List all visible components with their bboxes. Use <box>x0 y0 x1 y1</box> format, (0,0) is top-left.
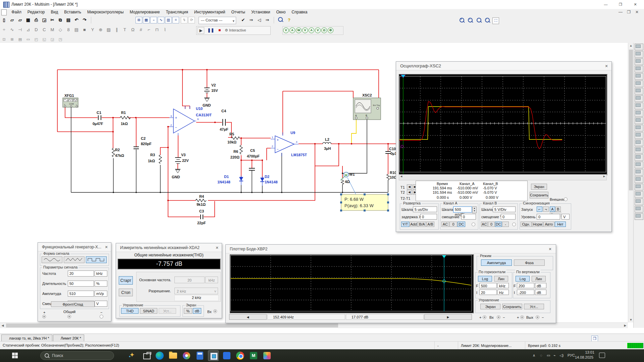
oscilloscope-title[interactable]: Осциллограф-XSC2 <box>396 62 611 70</box>
probe-tool-icon[interactable]: ⊡ <box>0 36 8 43</box>
bode-control-button[interactable]: Уст... <box>524 304 544 309</box>
component-group-icon[interactable]: ⊕ <box>97 26 104 34</box>
timebase-scale-input[interactable]: 5 us/Div <box>413 206 437 212</box>
erc-check-icon[interactable]: ✔ <box>239 16 247 24</box>
scope-scrollbar[interactable]: ◄ ► <box>399 174 607 180</box>
bode-out-minus-radio[interactable] <box>536 315 539 319</box>
trigger-mode-button[interactable]: Авто <box>543 222 554 227</box>
component-v3[interactable] <box>175 158 181 164</box>
funcgen-close-icon[interactable]: ✕ <box>103 244 109 250</box>
distortion-meter-window[interactable]: Измеритель нелинейных искажений-XDA2 ✕ О… <box>116 243 222 318</box>
thd-stop-button[interactable]: Стоп <box>119 289 133 296</box>
probe-settings-icon[interactable]: ⚙ <box>328 27 333 33</box>
bode-v-final-input[interactable]: 200 <box>517 283 534 288</box>
bode-h-final-input[interactable]: 500 <box>479 283 497 288</box>
minus-terminal[interactable] <box>100 315 103 318</box>
channel-b-mode-button[interactable]: 0 <box>488 222 495 227</box>
taskbar-search[interactable]: Поиск <box>40 351 114 360</box>
probe-power-icon[interactable]: W <box>296 27 302 33</box>
component-d2[interactable] <box>260 176 264 186</box>
menu-item[interactable]: Редактор <box>24 9 48 15</box>
tektronix-oscilloscope[interactable] <box>635 169 643 176</box>
component-c2[interactable] <box>133 147 139 149</box>
preset-1[interactable] <box>635 198 643 205</box>
probe-current-gain-icon[interactable]: A <box>309 27 314 33</box>
pause-button[interactable]: ❚❚ <box>207 27 213 33</box>
back-annotate-icon[interactable]: ↯ <box>181 17 187 23</box>
thd-start-button[interactable]: Старт <box>119 276 133 285</box>
bode-v-initial-input[interactable]: -200 <box>517 290 534 295</box>
component-c1[interactable] <box>98 115 101 120</box>
breadboard-icon[interactable]: ⌗ <box>172 17 179 23</box>
bode-mode-button[interactable]: Фаза <box>514 259 545 266</box>
frequency-counter[interactable] <box>635 88 643 95</box>
channel-b-offset-input[interactable]: 0 <box>501 214 516 220</box>
hierarchy-icon[interactable]: ⍆ <box>150 17 157 23</box>
component-xfg1[interactable]: + COM − <box>63 98 78 107</box>
help-icon[interactable]: ? <box>285 16 293 24</box>
preset-3[interactable] <box>635 213 643 220</box>
paste-icon[interactable]: ▤ <box>65 16 72 24</box>
export-netlist-icon[interactable]: ⇒ <box>264 16 271 24</box>
bode-h-initial-input[interactable]: 20 <box>479 290 497 295</box>
bode-v-log-button[interactable]: Log <box>516 276 530 282</box>
tray-date[interactable]: 14.08.2025 <box>575 355 593 359</box>
param-value-input[interactable]: 20 <box>68 270 94 277</box>
language-indicator[interactable]: РУС <box>568 353 575 357</box>
probe-tool-icon[interactable]: ◳ <box>57 36 64 43</box>
probe-tool-icon[interactable]: ▤ <box>16 36 24 43</box>
sheet-tab[interactable]: Лимит 20К * <box>53 335 84 342</box>
oscilloscope-close-icon[interactable]: ✕ <box>603 63 609 69</box>
function-generator-window[interactable]: Функциональный генератор-X... ✕ Форма си… <box>38 242 111 321</box>
open-sample-icon[interactable]: ▱ <box>16 16 24 24</box>
channel-a-mode-button[interactable]: DC <box>458 222 465 227</box>
ext-trigger-radio[interactable] <box>564 197 568 201</box>
menu-item[interactable]: Окно <box>273 9 288 15</box>
distortion-analyzer[interactable] <box>635 125 643 131</box>
menu-item[interactable]: Вид <box>48 9 61 15</box>
component-group-icon[interactable]: ∿ <box>8 26 16 34</box>
menu-item[interactable]: Моделирование <box>127 9 163 15</box>
edge-button[interactable]: Фронт/Спад <box>51 301 95 307</box>
mdi-restore-icon[interactable]: ❐ <box>627 10 631 14</box>
component-group-icon[interactable]: ▤ <box>73 26 80 34</box>
trigger-mode-button[interactable]: Одн. <box>521 222 532 227</box>
tray-onedrive-icon[interactable]: ◌ <box>540 353 542 357</box>
ni-elvis[interactable] <box>635 184 643 190</box>
bode-h-log-button[interactable]: Log <box>478 276 492 282</box>
scope-save-button[interactable]: Сохранить <box>530 192 548 198</box>
timebase-mode-button[interactable]: Y/T <box>401 222 409 227</box>
thd-screen-button[interactable]: % <box>184 308 192 314</box>
scope-screen-button[interactable]: Экран <box>531 184 547 190</box>
menu-item[interactable]: Вставить <box>61 9 84 15</box>
bode-in-minus-radio[interactable] <box>497 315 500 319</box>
maximize-button[interactable]: ❐ <box>613 0 628 9</box>
probe-tool-icon[interactable]: ▭ <box>24 36 32 43</box>
bode-v-lin-button[interactable]: Лин <box>532 276 546 282</box>
component-group-icon[interactable]: T <box>121 26 128 34</box>
bode-in-plus-radio[interactable] <box>483 315 486 319</box>
component-group-icon[interactable]: ⌐ <box>145 26 153 34</box>
timebase-delay-input[interactable]: 0 <box>420 214 437 220</box>
iv-analyzer[interactable] <box>635 117 643 124</box>
component-group-icon[interactable]: 8 <box>65 26 72 34</box>
thd-mode-button[interactable]: SINAD <box>140 308 157 314</box>
forward-annotate-icon[interactable]: ⟳ <box>188 17 195 23</box>
toggle-border-icon[interactable]: ▦ <box>143 17 150 23</box>
taskbar-icon-photos[interactable] <box>262 350 272 361</box>
notification-center-icon[interactable] <box>599 353 605 358</box>
probe-voltage-icon[interactable]: V <box>283 27 289 33</box>
tray-expand-icon[interactable]: ∧ <box>533 353 535 358</box>
sheet-tab[interactable]: ланзар тз, кк, 2йка УН * <box>1 335 52 342</box>
bode-control-button[interactable]: Сохранить <box>502 304 522 309</box>
cut-icon[interactable]: ✂ <box>49 16 56 24</box>
trigger-level-unit[interactable]: V <box>561 214 570 220</box>
trigger-edge-falling-button[interactable]: ¬ <box>543 206 549 212</box>
transfer-back-icon[interactable]: ◁ <box>256 16 263 24</box>
t2-left-button[interactable]: ◄ <box>407 190 412 195</box>
timebase-mode-button[interactable]: Add <box>410 222 418 227</box>
param-unit[interactable]: mVp <box>95 291 107 297</box>
taskbar-icon-calculator[interactable] <box>195 350 205 361</box>
taskbar-icon-file-explorer[interactable] <box>168 350 178 361</box>
close-button[interactable]: ✕ <box>628 0 643 9</box>
